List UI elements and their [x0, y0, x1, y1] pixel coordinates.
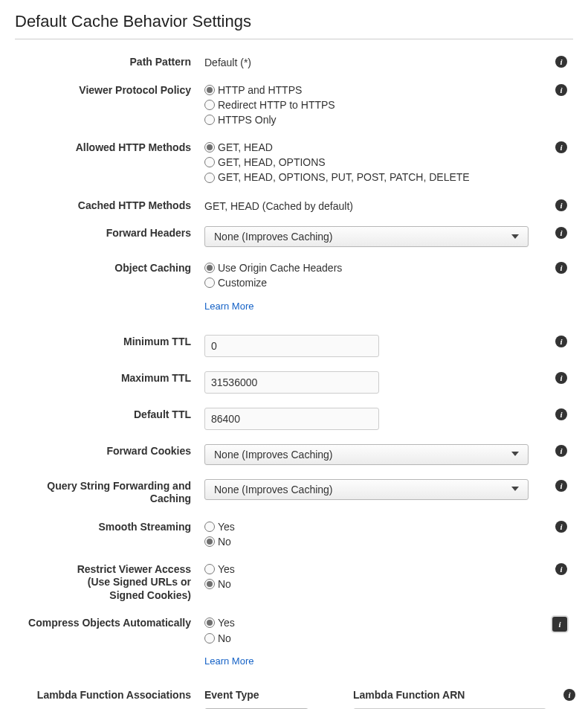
row-default-ttl: Default TTL i [15, 407, 573, 430]
radio-use-origin-cache-headers[interactable]: Use Origin Cache Headers [204, 261, 529, 275]
dropdown-forward-cookies[interactable]: None (Improves Caching) [204, 444, 529, 465]
radio-icon [204, 115, 215, 125]
info-icon[interactable]: i [555, 227, 567, 239]
radio-label: GET, HEAD, OPTIONS, PUT, POST, PATCH, DE… [218, 170, 470, 184]
radio-get-head-options[interactable]: GET, HEAD, OPTIONS [204, 155, 529, 169]
radio-smooth-streaming-yes[interactable]: Yes [204, 520, 529, 533]
radio-icon [204, 100, 215, 110]
row-viewer-protocol-policy: Viewer Protocol Policy HTTP and HTTPS Re… [15, 83, 573, 127]
row-object-caching: Object Caching Use Origin Cache Headers … [15, 260, 573, 311]
radio-label: GET, HEAD [218, 141, 273, 154]
radio-icon [204, 173, 215, 183]
radio-label: No [218, 535, 231, 548]
learn-more-link[interactable]: Learn More [204, 301, 529, 312]
label-object-caching: Object Caching [15, 260, 204, 275]
chevron-down-icon [511, 452, 519, 457]
radio-label: Yes [218, 616, 235, 629]
radio-label: Yes [218, 520, 235, 533]
radio-get-head[interactable]: GET, HEAD [204, 141, 529, 154]
row-forward-cookies: Forward Cookies None (Improves Caching) … [15, 443, 573, 465]
label-forward-headers: Forward Headers [15, 225, 204, 240]
radio-restrict-yes[interactable]: Yes [204, 562, 529, 576]
radio-redirect-http-to-https[interactable]: Redirect HTTP to HTTPS [204, 98, 529, 112]
value-cached-http-methods: GET, HEAD (Cached by default) [204, 199, 529, 212]
radio-https-only[interactable]: HTTPS Only [204, 113, 529, 126]
radio-icon [204, 157, 215, 167]
label-path-pattern: Path Pattern [15, 54, 204, 69]
radio-compress-no[interactable]: No [204, 632, 529, 645]
info-icon[interactable]: i [555, 84, 567, 96]
label-forward-cookies: Forward Cookies [15, 443, 204, 458]
label-compress-objects: Compress Objects Automatically [15, 615, 204, 630]
radio-get-head-options-all[interactable]: GET, HEAD, OPTIONS, PUT, POST, PATCH, DE… [204, 170, 529, 184]
radio-label: No [218, 577, 231, 591]
radio-icon [204, 85, 215, 95]
info-icon[interactable]: i [552, 617, 567, 632]
radio-label: HTTP and HTTPS [218, 83, 302, 97]
radio-compress-yes[interactable]: Yes [204, 616, 529, 629]
radio-label: Redirect HTTP to HTTPS [218, 98, 335, 112]
dropdown-selected-text: None (Improves Caching) [214, 231, 333, 243]
input-default-ttl[interactable] [204, 408, 379, 430]
radio-restrict-no[interactable]: No [204, 577, 529, 591]
row-maximum-ttl: Maximum TTL i [15, 370, 573, 394]
row-lambda-associations: Lambda Function Associations Event Type … [15, 689, 573, 709]
row-forward-headers: Forward Headers None (Improves Caching) … [15, 225, 573, 247]
row-restrict-viewer-access: Restrict Viewer Access (Use Signed URLs … [15, 562, 573, 603]
info-icon[interactable]: i [555, 336, 567, 347]
info-icon[interactable]: i [555, 408, 567, 420]
info-icon[interactable]: i [555, 480, 567, 492]
radio-icon [204, 536, 215, 547]
row-allowed-http-methods: Allowed HTTP Methods GET, HEAD GET, HEAD… [15, 140, 573, 185]
dropdown-selected-text: None (Improves Caching) [214, 449, 333, 461]
header-lambda-arn: Lambda Function ARN [353, 689, 546, 701]
radio-label: GET, HEAD, OPTIONS [218, 155, 326, 169]
row-cached-http-methods: Cached HTTP Methods GET, HEAD (Cached by… [15, 198, 573, 213]
input-maximum-ttl[interactable] [204, 371, 379, 394]
radio-icon [204, 617, 215, 628]
info-icon[interactable]: i [555, 372, 567, 384]
label-viewer-protocol-policy: Viewer Protocol Policy [15, 83, 204, 97]
dropdown-selected-text: None (Improves Caching) [214, 484, 333, 495]
chevron-down-icon [511, 487, 519, 492]
info-icon[interactable]: i [555, 521, 567, 533]
radio-label: HTTPS Only [218, 113, 277, 126]
row-smooth-streaming: Smooth Streaming Yes No i [15, 519, 573, 548]
radio-label: No [218, 632, 231, 645]
dropdown-query-string[interactable]: None (Improves Caching) [204, 479, 529, 500]
label-allowed-http-methods: Allowed HTTP Methods [15, 140, 204, 155]
section-title: Default Cache Behavior Settings [15, 7, 573, 39]
label-maximum-ttl: Maximum TTL [15, 370, 204, 385]
radio-http-and-https[interactable]: HTTP and HTTPS [204, 83, 529, 97]
radio-icon [204, 564, 215, 574]
row-path-pattern: Path Pattern Default (*) i [15, 54, 573, 69]
info-icon[interactable]: i [555, 445, 567, 457]
info-icon[interactable]: i [555, 56, 567, 68]
label-query-string-forwarding: Query String Forwarding and Caching [15, 478, 204, 506]
label-default-ttl: Default TTL [15, 407, 204, 422]
label-lambda-associations: Lambda Function Associations [15, 689, 204, 702]
row-query-string-forwarding: Query String Forwarding and Caching None… [15, 478, 573, 506]
chevron-down-icon [511, 234, 519, 240]
label-minimum-ttl: Minimum TTL [15, 334, 204, 349]
header-event-type: Event Type [204, 689, 331, 701]
label-smooth-streaming: Smooth Streaming [15, 519, 204, 534]
radio-customize[interactable]: Customize [204, 276, 529, 289]
info-icon[interactable]: i [555, 141, 567, 153]
value-path-pattern: Default (*) [204, 55, 529, 68]
radio-icon [204, 277, 215, 288]
info-icon[interactable]: i [555, 199, 567, 211]
radio-label: Use Origin Cache Headers [218, 261, 342, 275]
info-icon[interactable]: i [563, 689, 575, 701]
input-minimum-ttl[interactable] [204, 335, 379, 357]
dropdown-forward-headers[interactable]: None (Improves Caching) [204, 226, 529, 247]
radio-smooth-streaming-no[interactable]: No [204, 535, 529, 548]
radio-icon [204, 633, 215, 644]
info-icon[interactable]: i [555, 563, 567, 575]
radio-label: Customize [218, 276, 267, 289]
info-icon[interactable]: i [555, 262, 567, 274]
label-restrict-viewer-access: Restrict Viewer Access (Use Signed URLs … [15, 562, 204, 603]
learn-more-link[interactable]: Learn More [204, 655, 529, 667]
radio-label: Yes [218, 562, 235, 576]
radio-icon [204, 579, 215, 589]
